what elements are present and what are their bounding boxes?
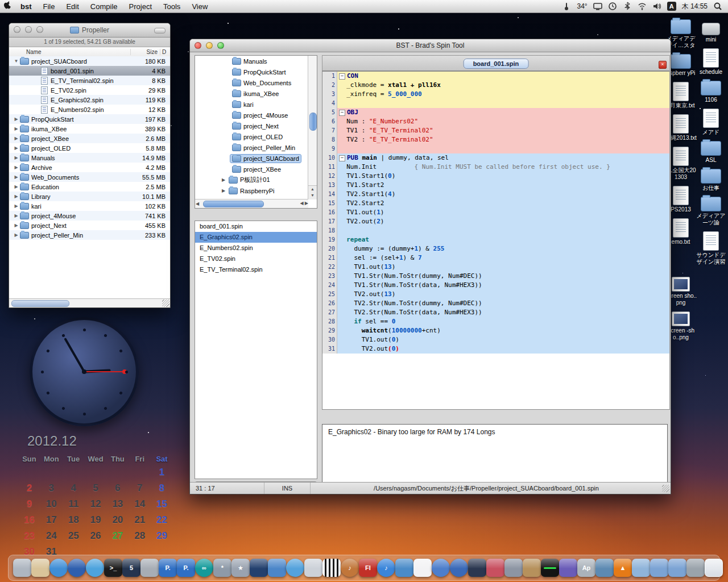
- code-line-23[interactable]: 23 TV1.Str(Num.ToStr(dummy, Num#DEC)): [322, 272, 669, 281]
- column-header-date[interactable]: D: [160, 49, 170, 55]
- code-line-30[interactable]: 30 TV1.out(0): [322, 335, 669, 344]
- minimize-button[interactable]: [25, 26, 32, 33]
- calendar-date[interactable]: 8: [151, 483, 173, 495]
- scroll-arrows[interactable]: ▲▼: [308, 185, 317, 199]
- finder-row[interactable]: ▶project_Peller_Min233 KB: [9, 230, 170, 240]
- menu-file[interactable]: File: [38, 2, 61, 11]
- disclosure-triangle[interactable]: ▶: [220, 188, 227, 193]
- column-header-size[interactable]: Size: [130, 49, 160, 55]
- dock-icon-grab-hand[interactable]: [13, 559, 31, 577]
- code-line-21[interactable]: 21 sel := (sel+1) & 7: [322, 253, 669, 263]
- analog-clock-widget[interactable]: [30, 317, 139, 426]
- scrollbar-thumb[interactable]: [203, 201, 264, 207]
- tree-item-PropQuickStart[interactable]: PropQuickStart: [195, 66, 317, 77]
- desktop-icon-folder[interactable]: お仕事: [695, 169, 727, 192]
- calendar-date[interactable]: 12: [85, 498, 107, 511]
- dock-icon-drive[interactable]: [686, 559, 705, 577]
- calendar-date[interactable]: 18: [63, 514, 85, 527]
- dock-icon-audio-app[interactable]: [541, 559, 559, 577]
- calendar-date[interactable]: 15: [151, 498, 173, 511]
- dock-icon-appstore[interactable]: Ap: [577, 559, 595, 577]
- volume-icon[interactable]: [652, 2, 661, 11]
- code-line-4[interactable]: 4: [322, 99, 669, 108]
- calendar-date[interactable]: 10: [40, 498, 63, 511]
- code-line-28[interactable]: 28 if sel == 0: [322, 317, 669, 326]
- dock-icon-trash[interactable]: [705, 559, 723, 577]
- calendar-date[interactable]: 16: [18, 514, 40, 527]
- disclosure-triangle[interactable]: ▶: [13, 184, 20, 189]
- disclosure-triangle[interactable]: ▶: [13, 232, 20, 238]
- disclosure-triangle[interactable]: ▶: [13, 126, 20, 131]
- airport-icon[interactable]: [638, 2, 647, 11]
- display-icon[interactable]: [593, 2, 602, 11]
- column-header-name[interactable]: Name: [9, 49, 130, 55]
- editor-tab-board-001[interactable]: board_001.spin: [464, 59, 529, 69]
- menu-edit[interactable]: Edit: [60, 2, 84, 11]
- disclosure-triangle[interactable]: ▶: [13, 213, 20, 218]
- calendar-date[interactable]: 4: [63, 483, 85, 495]
- disclosure-triangle[interactable]: ▶: [13, 194, 20, 199]
- finder-row[interactable]: ▶Library10.1 MB: [9, 192, 170, 201]
- calendar-date[interactable]: 19: [85, 514, 107, 527]
- resize-grip[interactable]: [662, 485, 669, 492]
- active-app-name[interactable]: bst: [15, 2, 38, 11]
- calendar-date[interactable]: 13: [106, 498, 129, 511]
- close-button[interactable]: [14, 26, 20, 33]
- disclosure-triangle[interactable]: ▶: [220, 177, 227, 182]
- code-line-7[interactable]: 7 TV1 : "E_TV_Terminal02": [322, 126, 669, 135]
- dock-icon-blue-circle-app[interactable]: [286, 559, 304, 577]
- menu-tools[interactable]: Tools: [158, 2, 186, 11]
- scroll-arrows[interactable]: ◀ ▶: [300, 201, 308, 206]
- dock-icon-infinity-app[interactable]: ∞: [195, 559, 213, 577]
- zoom-button[interactable]: [36, 26, 43, 33]
- disclosure-triangle[interactable]: ▶: [13, 117, 20, 122]
- finder-horizontal-scrollbar[interactable]: [9, 298, 170, 307]
- menu-view[interactable]: View: [186, 2, 213, 11]
- bst-titlebar[interactable]: BST - Brad's Spin Tool: [190, 39, 671, 52]
- disclosure-triangle[interactable]: ▶: [13, 155, 20, 160]
- tab-close-button[interactable]: ×: [659, 61, 667, 69]
- disclosure-triangle[interactable]: ▶: [13, 165, 20, 170]
- dock-icon-star-app[interactable]: ★: [231, 559, 250, 577]
- tree-item-project_OLED[interactable]: project_OLED: [195, 131, 317, 142]
- apple-menu[interactable]: [0, 1, 15, 11]
- bluetooth-icon[interactable]: [623, 2, 632, 11]
- desktop-icon-doc[interactable]: schedule: [695, 48, 727, 76]
- toolbar-toggle-button[interactable]: [154, 28, 166, 34]
- code-line-20[interactable]: 20 dummy := (dummy+1) & 255: [322, 244, 669, 253]
- tree-item-project_Peller_Min[interactable]: project_Peller_Min: [195, 142, 317, 153]
- desktop-icon-device[interactable]: mini: [695, 19, 727, 43]
- finder-row[interactable]: E_Numbers02.spin12 KB: [9, 105, 170, 114]
- spin-file-item[interactable]: E_Numbers02.spin: [195, 243, 317, 253]
- desktop-icon-doc[interactable]: サウンドデザイン演習: [695, 231, 727, 265]
- disclosure-triangle[interactable]: ▼: [13, 59, 20, 64]
- calendar-date[interactable]: 23: [18, 530, 40, 543]
- calendar-date[interactable]: 29: [151, 530, 173, 543]
- calendar-date[interactable]: 21: [129, 514, 151, 527]
- tree-horizontal-scrollbar[interactable]: ◀ ◀ ▶: [195, 199, 308, 208]
- code-editor[interactable]: 1−CON2 _clkmode = xtal1 + pll16x3 _xinfr…: [322, 71, 670, 410]
- dock-icon-asterisk-app[interactable]: *: [213, 559, 231, 577]
- dock-icon-folder-apps[interactable]: [668, 559, 686, 577]
- thermometer-icon[interactable]: [562, 2, 571, 11]
- dock-icon-navy-app[interactable]: [250, 559, 268, 577]
- finder-row[interactable]: ▶project_OLED5.8 MB: [9, 143, 170, 153]
- tree-item-project_4Mouse[interactable]: project_4Mouse: [195, 110, 317, 120]
- calendar-date[interactable]: 24: [40, 530, 63, 543]
- calendar-date[interactable]: 2: [18, 483, 40, 495]
- finder-row[interactable]: board_001.spin4 KB: [9, 66, 170, 76]
- desktop-icon-doc[interactable]: メアド: [695, 109, 727, 136]
- temperature-readout[interactable]: 34°: [577, 2, 587, 10]
- fold-marker-icon[interactable]: −: [339, 110, 345, 116]
- disclosure-triangle[interactable]: ▶: [13, 136, 20, 141]
- time-machine-icon[interactable]: [608, 2, 617, 11]
- dock-icon-steel-app[interactable]: [595, 559, 614, 577]
- dock-icon-purple-app[interactable]: [559, 559, 577, 577]
- finder-row[interactable]: ▶Education2.5 MB: [9, 182, 170, 192]
- calendar-date[interactable]: 20: [106, 514, 129, 527]
- menu-compile[interactable]: Compile: [85, 2, 123, 11]
- code-line-27[interactable]: 27 TV2.Str(Num.ToStr(data, Num#HEX3)): [322, 308, 669, 317]
- scroll-arrow-left[interactable]: ◀: [196, 201, 199, 206]
- calendar-date[interactable]: 1: [151, 467, 173, 479]
- tree-item-project_XBee[interactable]: project_XBee: [195, 164, 317, 174]
